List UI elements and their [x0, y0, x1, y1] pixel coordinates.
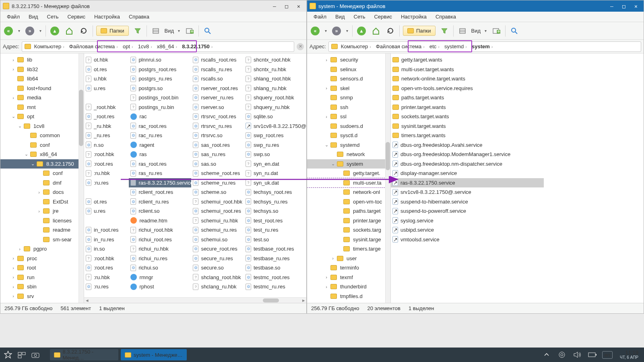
tree-item[interactable]: sudoers.d	[307, 121, 390, 131]
file-item[interactable]: ?shclang_root.hbk	[191, 273, 244, 282]
tree-panel[interactable]: ›lib›lib32lib64lost+found›mediamnt⌄opt⌄1…	[0, 53, 84, 303]
file-item[interactable]: ragent	[129, 140, 191, 150]
tree-item[interactable]: ›security	[307, 55, 390, 65]
breadcrumb-item[interactable]: Файловая система›	[374, 43, 426, 50]
tree-item[interactable]: ›jre	[0, 206, 84, 216]
tree-item[interactable]: ›user	[307, 254, 390, 263]
tree-item[interactable]: conf	[0, 140, 84, 150]
file-item[interactable]: ?richui_root.hbk	[129, 225, 191, 235]
file-item[interactable]: ⚙swp_ru.res	[244, 140, 306, 150]
file-item[interactable]: sysinit.target.wants	[391, 121, 544, 131]
tree-item[interactable]: ⌄system	[307, 159, 390, 169]
file-item[interactable]: ⚙rclient.so	[129, 206, 191, 216]
menu-item[interactable]: Настройка	[90, 12, 124, 21]
tree-item[interactable]: open-vm-toc	[307, 197, 390, 207]
tree-item[interactable]: ›docs	[0, 187, 84, 197]
file-item[interactable]: ⚙rac_ru.res	[129, 131, 191, 140]
tree-item[interactable]: ›skel	[307, 84, 390, 93]
file-item[interactable]: ⚙ras_root.res	[129, 159, 191, 169]
tree-item[interactable]: sockets.targ	[307, 225, 390, 235]
tree-item[interactable]: lost+found	[0, 84, 84, 93]
tree-item[interactable]: conf	[0, 169, 84, 178]
file-item[interactable]: open-vm-tools.service.requires	[391, 84, 544, 93]
file-item[interactable]: ⚙schemui_root.res	[191, 206, 244, 216]
tree-item[interactable]: readme	[0, 225, 84, 235]
file-item[interactable]	[84, 93, 129, 103]
tree-item[interactable]: lib64	[0, 74, 84, 84]
file-item[interactable]: ras	[129, 150, 191, 159]
file-item[interactable]: ?:ru.hbk	[84, 169, 129, 178]
file-item[interactable]: ⚙test_root.res	[244, 216, 306, 226]
scrollbar-vertical[interactable]	[78, 53, 84, 303]
start-button[interactable]	[2, 349, 14, 360]
file-item[interactable]: ⚙rscalls_root.res	[191, 55, 244, 65]
folders-panel-button[interactable]: Папки	[403, 26, 436, 36]
view-mode-button[interactable]	[457, 25, 468, 37]
file-item[interactable]: ⚙postgrs_ru.res	[129, 74, 191, 84]
back-button[interactable]: «	[3, 25, 14, 37]
tree-item[interactable]: ⌄systemd	[307, 140, 390, 150]
tree-item[interactable]: printer.targe	[307, 216, 390, 226]
tree-twisty-icon[interactable]: ›	[11, 265, 16, 270]
breadcrumb-item[interactable]: system›	[470, 43, 494, 50]
file-item[interactable]: ⚙ot.res	[84, 197, 129, 207]
file-item[interactable]: ⚙sqlite.so	[244, 112, 306, 121]
tree-item[interactable]: licenses	[0, 216, 84, 226]
file-item[interactable]: ?schemui_root.hbk	[191, 197, 244, 207]
menu-item[interactable]: Вид	[25, 12, 42, 21]
file-item[interactable]: ?:ru.hbk	[84, 273, 129, 282]
tree-item[interactable]: ›ssl	[307, 112, 390, 121]
tree-item[interactable]: selinux	[307, 65, 390, 74]
file-item[interactable]: ?shquery_root.hbk	[244, 93, 306, 103]
tree-item[interactable]: network	[307, 150, 390, 159]
breadcrumb-item[interactable]: x86_64›	[155, 43, 179, 50]
tray-arrow-icon[interactable]	[541, 349, 552, 360]
tree-twisty-icon[interactable]: ⌄	[17, 123, 22, 129]
breadcrumb-item[interactable]: 1cv8›	[136, 43, 154, 50]
tree-item[interactable]: ›srv	[0, 292, 84, 301]
close-button[interactable]: ✕	[293, 2, 304, 10]
tree-item[interactable]: sysctl.d	[307, 131, 390, 140]
file-item[interactable]: ⚙u.res	[84, 84, 129, 93]
file-item[interactable]: ↗ras-8.3.22.1750.service	[129, 178, 191, 188]
file-item[interactable]: ⚙testbase_root.res	[244, 244, 306, 254]
tree-twisty-icon[interactable]: ›	[11, 294, 16, 298]
file-item[interactable]: ⚙rclient_root.res	[129, 187, 191, 197]
file-item[interactable]: timers.target.wants	[391, 131, 544, 140]
file-item[interactable]: ⚙testmc_root.res	[244, 273, 306, 282]
tree-twisty-icon[interactable]: ›	[11, 67, 16, 72]
file-item[interactable]: ↗usbipd.service	[391, 225, 544, 235]
file-item[interactable]: ⚙rserver.so	[191, 103, 244, 112]
file-item[interactable]: ⚙:ru.res	[84, 282, 129, 292]
file-item[interactable]: ⚙rserver_root.res	[191, 84, 244, 93]
file-item[interactable]: ⚙rserver_ru.res	[191, 93, 244, 103]
tray-battery-icon[interactable]	[587, 349, 598, 360]
file-item[interactable]: ?:root.hbk	[84, 150, 129, 159]
file-item[interactable]: ⚙_root.res	[84, 112, 129, 121]
file-item[interactable]: ?syn_uk.dat	[244, 178, 306, 188]
file-item[interactable]: ⚙testbase_ru.res	[244, 254, 306, 263]
tray-sync-icon[interactable]	[556, 349, 568, 360]
search-button[interactable]	[509, 25, 520, 37]
tree-item[interactable]: ›proc	[0, 254, 84, 263]
file-item[interactable]: ?_ru.hbk	[84, 121, 129, 131]
file-item[interactable]: ⚙:ru.res	[84, 178, 129, 188]
file-item[interactable]: ⚙postgrs_root.res	[129, 65, 191, 74]
forward-button[interactable]: »	[331, 25, 342, 37]
tree-twisty-icon[interactable]: ›	[11, 284, 16, 289]
up-button[interactable]: ▲	[356, 25, 367, 37]
tree-twisty-icon[interactable]: ⌄	[324, 142, 329, 148]
menu-item[interactable]: Сервис	[63, 12, 89, 21]
tree-item[interactable]: ⌄8.3.22.1750	[0, 159, 84, 169]
titlebar-left[interactable]: 8.3.22.1750 - Менеджер файлов — □ ✕	[0, 0, 306, 12]
tree-item[interactable]: ›run	[0, 273, 84, 282]
file-item[interactable]: ?schemui_ru.hbk	[191, 216, 244, 226]
tree-item[interactable]: getty.target.	[307, 169, 390, 178]
file-item[interactable]: rphost	[129, 282, 191, 292]
file-item[interactable]: ↗dbus-org.freedesktop.ModemManager1.serv…	[391, 150, 544, 159]
file-item[interactable]: ⚙richui_ru.res	[129, 254, 191, 263]
dropdown-icon[interactable]: ▾	[17, 29, 21, 33]
file-item[interactable]: ⚙n.so	[84, 140, 129, 150]
breadcrumb-item[interactable]: opt›	[121, 43, 135, 50]
file-item[interactable]: ↗suspend-to-poweroff.service	[391, 206, 544, 216]
